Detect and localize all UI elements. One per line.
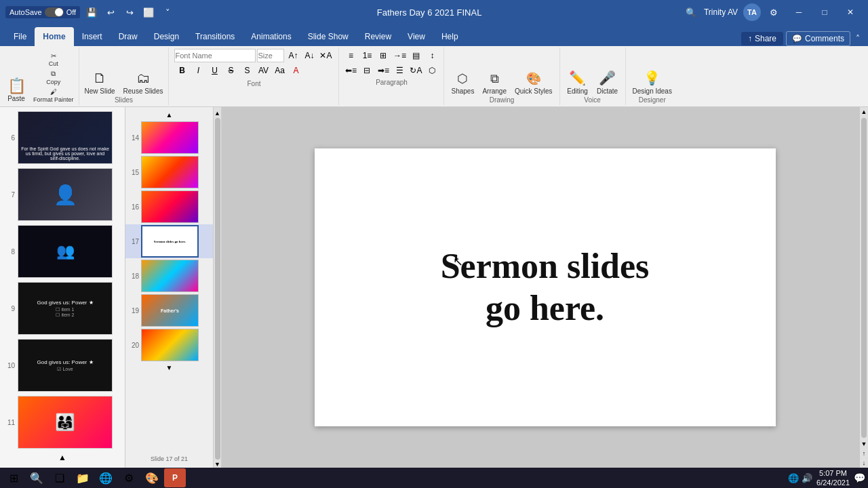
avatar[interactable]: TA	[743, 3, 761, 21]
scroll-right-down[interactable]: ▼	[860, 439, 868, 449]
left-slide-11[interactable]: 11 👨‍👩‍👧	[0, 394, 125, 450]
columns-button[interactable]: ▤	[408, 49, 423, 62]
left-slide-8[interactable]: 8 👥	[0, 224, 125, 279]
shapes-button[interactable]: ⬡ Shapes	[448, 70, 477, 96]
more-icon[interactable]: ˅	[160, 5, 175, 20]
line-spacing-button[interactable]: ↕	[425, 49, 439, 62]
undo-icon[interactable]: ↩	[103, 5, 118, 20]
save-icon[interactable]: 💾	[84, 5, 99, 20]
middle-scroll-up[interactable]: ▲	[125, 110, 213, 120]
tab-review[interactable]: Review	[357, 27, 399, 46]
copy-button[interactable]: ⧉ Copy	[31, 69, 76, 86]
text-direction-button[interactable]: ↻A	[408, 64, 423, 77]
middle-scroll-down[interactable]: ▼	[125, 363, 213, 373]
settings-icon[interactable]: ⚙	[766, 5, 781, 20]
edge-browser-button[interactable]: 🌐	[95, 468, 117, 487]
tab-transitions[interactable]: Transitions	[187, 27, 243, 46]
tab-help[interactable]: Help	[433, 27, 467, 46]
tab-draw[interactable]: Draw	[111, 27, 146, 46]
new-slide-button[interactable]: 🗋 New Slide	[82, 69, 118, 96]
scroll-up[interactable]: ▲	[0, 451, 125, 464]
left-slide-10[interactable]: 10 God gives us: Power ★ ☑ Love	[0, 338, 125, 393]
tab-home[interactable]: Home	[35, 27, 73, 46]
left-slide-6[interactable]: 6 For the Spirit God gave us does not ma…	[0, 110, 125, 165]
bullets-button[interactable]: ≡	[343, 49, 358, 62]
tab-animations[interactable]: Animations	[243, 27, 299, 46]
slide-20[interactable]: 20	[125, 328, 213, 362]
scroll-corner-down[interactable]: ↓	[861, 458, 867, 468]
redo-icon[interactable]: ↪	[122, 5, 137, 20]
font-size-input[interactable]	[257, 49, 284, 62]
editing-button[interactable]: ✏️ Editing	[564, 68, 591, 96]
font-grow-button[interactable]: A↑	[285, 49, 300, 62]
align-right-button[interactable]: ➡≡	[376, 64, 391, 77]
search-icon[interactable]: 🔍	[684, 5, 698, 20]
slide-15[interactable]: 15	[125, 155, 213, 189]
task-view-button[interactable]: ❑	[49, 468, 71, 487]
scroll-track-down[interactable]: ▼	[214, 461, 220, 468]
system-clock[interactable]: 5:07 PM 6/24/2021	[816, 468, 850, 488]
char-spacing-button[interactable]: AV	[256, 64, 271, 77]
file-explorer-button[interactable]: 📁	[72, 468, 94, 487]
align-left-button[interactable]: ⬅≡	[343, 64, 358, 77]
reuse-slides-button[interactable]: 🗂 Reuse Slides	[121, 69, 166, 96]
start-button[interactable]: ⊞	[3, 468, 24, 487]
slide-16[interactable]: 16	[125, 190, 213, 224]
font-shrink-button[interactable]: A↓	[302, 49, 317, 62]
change-case-button[interactable]: Aa	[272, 64, 287, 77]
slide-17[interactable]: 17 Sermon slides go here.	[125, 224, 213, 258]
dictate-button[interactable]: 🎤 Dictate	[594, 68, 621, 96]
tab-design[interactable]: Design	[146, 27, 187, 46]
font-name-input[interactable]	[174, 49, 256, 62]
left-slide-7[interactable]: 7 👤	[0, 167, 125, 222]
align-center-button[interactable]: ⊟	[359, 64, 374, 77]
present-icon[interactable]: ⬜	[141, 5, 156, 20]
arrange-button[interactable]: ⧉ Arrange	[479, 70, 509, 96]
tab-slideshow[interactable]: Slide Show	[300, 27, 357, 46]
shadow-button[interactable]: S	[239, 64, 254, 77]
slide-19[interactable]: 19 Father's	[125, 293, 213, 327]
ribbon-collapse-button[interactable]: ˄	[853, 33, 863, 45]
convert-to-smartart-button[interactable]: ⬡	[425, 64, 439, 77]
design-ideas-button[interactable]: 💡 Design Ideas	[630, 68, 675, 96]
volume-icon[interactable]: 🔊	[802, 473, 812, 483]
vertical-scrollbar[interactable]: ▲ ▼	[214, 107, 222, 468]
quick-styles-button[interactable]: 🎨 Quick Styles	[512, 70, 555, 96]
paste-button[interactable]: 📋 Paste	[3, 77, 30, 104]
slide-14[interactable]: 14	[125, 121, 213, 155]
scroll-right-up[interactable]: ▲	[860, 107, 868, 117]
cut-button[interactable]: ✂ Cut	[31, 52, 76, 68]
autosave-badge[interactable]: AutoSave Off	[5, 6, 80, 18]
clear-format-button[interactable]: ✕A	[318, 49, 333, 62]
scroll-thumb[interactable]	[215, 118, 220, 460]
tab-file[interactable]: File	[5, 27, 35, 46]
scroll-corner-up[interactable]: ↑	[861, 449, 867, 458]
share-button[interactable]: ↑ Share	[741, 32, 783, 45]
justify-button[interactable]: ☰	[392, 64, 407, 77]
maximize-button[interactable]: □	[812, 3, 837, 22]
bold-button[interactable]: B	[174, 64, 189, 77]
tab-insert[interactable]: Insert	[74, 27, 111, 46]
strikethrough-button[interactable]: S	[223, 64, 238, 77]
settings-taskbar-button[interactable]: ⚙	[118, 468, 140, 487]
paint-button[interactable]: 🎨	[141, 468, 163, 487]
scroll-right-thumb[interactable]	[861, 118, 867, 438]
scroll-track-up[interactable]: ▲	[214, 110, 220, 117]
font-color-button[interactable]: A	[288, 64, 303, 77]
search-taskbar[interactable]: 🔍	[26, 468, 47, 487]
close-button[interactable]: ✕	[838, 3, 863, 22]
left-slide-9[interactable]: 9 God gives us: Power ★ ☐ item 1 ☐ item …	[0, 281, 125, 336]
comments-button[interactable]: 💬 Comments	[786, 31, 850, 46]
powerpoint-taskbar-button[interactable]: P	[164, 468, 186, 487]
format-painter-button[interactable]: 🖌 Format Painter	[31, 87, 76, 104]
underline-button[interactable]: U	[207, 64, 222, 77]
slide-canvas[interactable]: Sermon slides go here. ↖	[315, 148, 776, 426]
slide-18[interactable]: 18	[125, 259, 213, 293]
network-icon[interactable]: 🌐	[788, 473, 799, 483]
numbering-button[interactable]: 1≡	[359, 49, 374, 62]
indent-increase-button[interactable]: →≡	[392, 49, 407, 62]
tab-view[interactable]: View	[399, 27, 433, 46]
multilevel-button[interactable]: ⊞	[376, 49, 391, 62]
italic-button[interactable]: I	[191, 64, 205, 77]
notification-icon[interactable]: 💬	[854, 472, 865, 483]
